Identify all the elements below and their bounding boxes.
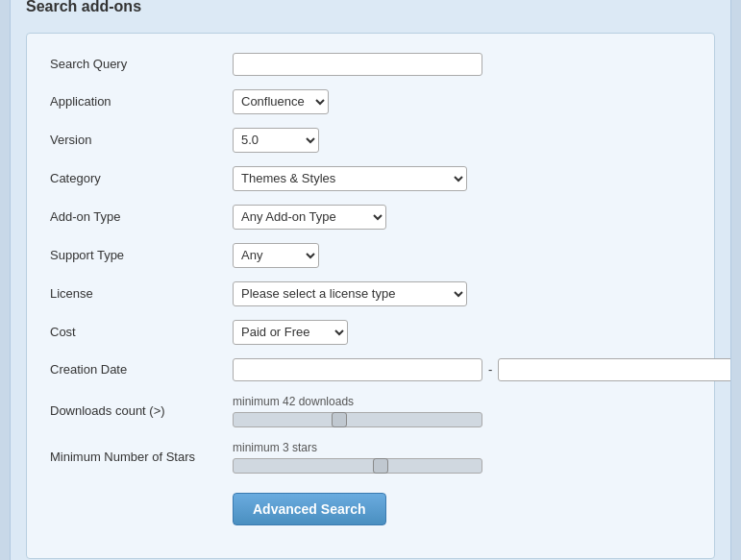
- support-type-select[interactable]: Any Supported Community: [233, 243, 319, 268]
- version-control: 5.0 4.0 3.0: [233, 128, 691, 153]
- application-control: Confluence JIRA Bitbucket: [233, 89, 691, 114]
- support-type-label: Support Type: [50, 248, 233, 262]
- search-query-control: [233, 53, 691, 76]
- application-label: Application: [50, 94, 233, 109]
- support-type-row: Support Type Any Supported Community: [50, 243, 691, 268]
- date-separator: -: [488, 362, 492, 377]
- category-row: Category Themes & Styles Admin Tools Cha…: [50, 166, 691, 191]
- cost-row: Cost Paid or Free Paid Free: [50, 320, 691, 345]
- downloads-count-row: Downloads count (>) minimum 42 downloads: [50, 395, 691, 427]
- license-label: License: [50, 286, 233, 301]
- version-label: Version: [50, 133, 233, 147]
- creation-date-row: Creation Date -: [50, 358, 691, 381]
- stars-slider[interactable]: [233, 458, 482, 474]
- search-query-label: Search Query: [50, 57, 233, 71]
- addon-type-control: Any Add-on Type Plugin Theme: [233, 205, 691, 230]
- downloads-slider-group: minimum 42 downloads: [233, 395, 691, 427]
- license-row: License Please select a license type Com…: [50, 281, 691, 306]
- addon-type-label: Add-on Type: [50, 209, 233, 224]
- application-select[interactable]: Confluence JIRA Bitbucket: [233, 89, 329, 114]
- addon-type-row: Add-on Type Any Add-on Type Plugin Theme: [50, 205, 691, 230]
- stars-slider-container: minimum 3 stars: [233, 441, 691, 474]
- search-query-input[interactable]: [233, 53, 482, 76]
- stars-slider-group: minimum 3 stars: [233, 441, 691, 474]
- stars-row: Minimum Number of Stars minimum 3 stars: [50, 441, 691, 474]
- addon-type-select[interactable]: Any Add-on Type Plugin Theme: [233, 205, 386, 230]
- submit-control: Advanced Search: [233, 487, 691, 525]
- license-control: Please select a license type Commercial …: [233, 281, 691, 306]
- creation-date-label: Creation Date: [50, 362, 233, 377]
- search-form: Search Query Application Confluence JIRA…: [26, 33, 715, 559]
- submit-row: Advanced Search: [50, 487, 691, 525]
- cost-select[interactable]: Paid or Free Paid Free: [233, 320, 348, 345]
- version-select[interactable]: 5.0 4.0 3.0: [233, 128, 319, 153]
- panel-title: Search add-ons: [26, 0, 715, 15]
- category-label: Category: [50, 171, 233, 185]
- date-range: -: [233, 358, 731, 381]
- cost-control: Paid or Free Paid Free: [233, 320, 691, 345]
- stars-slider-label: minimum 3 stars: [233, 441, 691, 454]
- version-row: Version 5.0 4.0 3.0: [50, 128, 691, 153]
- creation-date-to[interactable]: [498, 358, 731, 381]
- search-query-row: Search Query: [50, 53, 691, 76]
- cost-label: Cost: [50, 325, 233, 339]
- advanced-search-button[interactable]: Advanced Search: [233, 493, 386, 525]
- creation-date-control: -: [233, 358, 731, 381]
- license-select[interactable]: Please select a license type Commercial …: [233, 281, 467, 306]
- downloads-slider-label: minimum 42 downloads: [233, 395, 691, 408]
- title-bar: Search add-ons: [11, 0, 730, 25]
- downloads-count-label: Downloads count (>): [50, 403, 233, 418]
- search-addon-panel: Search add-ons Search Query Application …: [10, 0, 731, 560]
- category-select[interactable]: Themes & Styles Admin Tools Charts: [233, 166, 467, 191]
- support-type-control: Any Supported Community: [233, 243, 691, 268]
- creation-date-from[interactable]: [233, 358, 482, 381]
- stars-label: Minimum Number of Stars: [50, 450, 233, 464]
- category-control: Themes & Styles Admin Tools Charts: [233, 166, 691, 191]
- application-row: Application Confluence JIRA Bitbucket: [50, 89, 691, 114]
- downloads-slider-container: minimum 42 downloads: [233, 395, 691, 427]
- downloads-slider[interactable]: [233, 412, 482, 427]
